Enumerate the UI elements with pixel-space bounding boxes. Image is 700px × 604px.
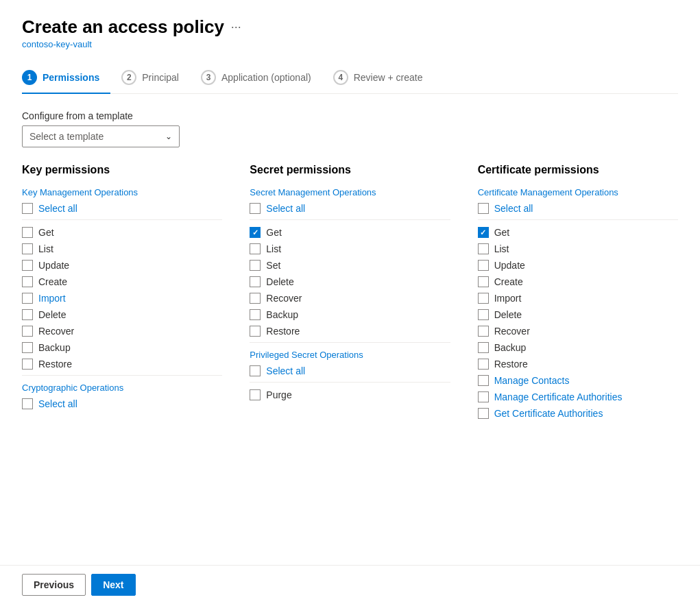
key-restore-label[interactable]: Restore bbox=[38, 359, 72, 370]
secret-delete-row[interactable]: Delete bbox=[250, 276, 450, 287]
key-import-label[interactable]: Import bbox=[38, 293, 66, 304]
cert-manage-ca-checkbox[interactable] bbox=[478, 391, 489, 402]
key-get-checkbox[interactable] bbox=[22, 227, 33, 238]
cert-update-checkbox[interactable] bbox=[478, 260, 489, 271]
cert-restore-row[interactable]: Restore bbox=[478, 359, 678, 370]
key-get-row[interactable]: Get bbox=[22, 227, 222, 238]
priv-select-all-label[interactable]: Select all bbox=[266, 365, 305, 376]
cert-delete-label[interactable]: Delete bbox=[494, 309, 522, 320]
secret-recover-checkbox[interactable] bbox=[250, 293, 261, 304]
secret-set-label[interactable]: Set bbox=[266, 260, 280, 271]
crypto-select-all-label[interactable]: Select all bbox=[38, 398, 77, 409]
secret-select-all-label[interactable]: Select all bbox=[266, 203, 305, 214]
step-review[interactable]: 4 Review + create bbox=[333, 63, 434, 93]
key-update-label[interactable]: Update bbox=[38, 260, 69, 271]
secret-recover-label[interactable]: Recover bbox=[266, 293, 302, 304]
priv-select-all-checkbox[interactable] bbox=[250, 365, 261, 376]
cert-update-label[interactable]: Update bbox=[494, 260, 525, 271]
cert-manage-contacts-row[interactable]: Manage Contacts bbox=[478, 375, 678, 386]
cert-backup-label[interactable]: Backup bbox=[494, 342, 527, 353]
key-select-all-row[interactable]: Select all bbox=[22, 203, 222, 214]
secret-list-label[interactable]: List bbox=[266, 243, 281, 254]
template-select-dropdown[interactable]: Select a template ⌄ bbox=[22, 125, 180, 147]
cert-get-row[interactable]: Get bbox=[478, 227, 678, 238]
cert-list-label[interactable]: List bbox=[494, 243, 509, 254]
secret-purge-row[interactable]: Purge bbox=[250, 389, 450, 400]
step-permissions[interactable]: 1 Permissions bbox=[22, 63, 110, 93]
cert-recover-row[interactable]: Recover bbox=[478, 326, 678, 337]
key-import-row[interactable]: Import bbox=[22, 293, 222, 304]
cert-create-label[interactable]: Create bbox=[494, 276, 523, 287]
key-update-checkbox[interactable] bbox=[22, 260, 33, 271]
key-backup-label[interactable]: Backup bbox=[38, 342, 71, 353]
secret-backup-label[interactable]: Backup bbox=[266, 309, 298, 320]
cert-update-row[interactable]: Update bbox=[478, 260, 678, 271]
previous-button[interactable]: Previous bbox=[22, 574, 86, 596]
secret-select-all-checkbox[interactable] bbox=[250, 203, 261, 214]
secret-set-row[interactable]: Set bbox=[250, 260, 450, 271]
step-application[interactable]: 3 Application (optional) bbox=[201, 63, 322, 93]
cert-delete-checkbox[interactable] bbox=[478, 309, 489, 320]
cert-get-ca-row[interactable]: Get Certificate Authorities bbox=[478, 408, 678, 419]
cert-select-all-row[interactable]: Select all bbox=[478, 203, 678, 214]
cert-manage-contacts-label[interactable]: Manage Contacts bbox=[494, 375, 570, 386]
cert-create-row[interactable]: Create bbox=[478, 276, 678, 287]
key-create-label[interactable]: Create bbox=[38, 276, 67, 287]
secret-select-all-row[interactable]: Select all bbox=[250, 203, 450, 214]
key-restore-row[interactable]: Restore bbox=[22, 359, 222, 370]
secret-backup-row[interactable]: Backup bbox=[250, 309, 450, 320]
secret-recover-row[interactable]: Recover bbox=[250, 293, 450, 304]
secret-delete-checkbox[interactable] bbox=[250, 276, 261, 287]
secret-restore-row[interactable]: Restore bbox=[250, 326, 450, 337]
key-delete-label[interactable]: Delete bbox=[38, 309, 66, 320]
breadcrumb[interactable]: contoso-key-vault bbox=[22, 39, 678, 49]
crypto-select-all-row[interactable]: Select all bbox=[22, 398, 222, 409]
key-backup-checkbox[interactable] bbox=[22, 342, 33, 353]
key-update-row[interactable]: Update bbox=[22, 260, 222, 271]
secret-get-row[interactable]: Get bbox=[250, 227, 450, 238]
cert-import-label[interactable]: Import bbox=[494, 293, 522, 304]
cert-list-row[interactable]: List bbox=[478, 243, 678, 254]
key-create-checkbox[interactable] bbox=[22, 276, 33, 287]
key-import-checkbox[interactable] bbox=[22, 293, 33, 304]
key-get-label[interactable]: Get bbox=[38, 227, 54, 238]
cert-manage-ca-row[interactable]: Manage Certificate Authorities bbox=[478, 391, 678, 402]
cert-delete-row[interactable]: Delete bbox=[478, 309, 678, 320]
cert-get-ca-checkbox[interactable] bbox=[478, 408, 489, 419]
more-options-icon[interactable]: ··· bbox=[231, 20, 241, 34]
cert-restore-label[interactable]: Restore bbox=[494, 359, 528, 370]
key-delete-checkbox[interactable] bbox=[22, 309, 33, 320]
key-list-checkbox[interactable] bbox=[22, 243, 33, 254]
cert-recover-label[interactable]: Recover bbox=[494, 326, 530, 337]
cert-import-row[interactable]: Import bbox=[478, 293, 678, 304]
key-recover-row[interactable]: Recover bbox=[22, 326, 222, 337]
next-button[interactable]: Next bbox=[91, 574, 135, 596]
cert-manage-ca-label[interactable]: Manage Certificate Authorities bbox=[494, 391, 623, 402]
key-restore-checkbox[interactable] bbox=[22, 359, 33, 370]
cert-create-checkbox[interactable] bbox=[478, 276, 489, 287]
secret-backup-checkbox[interactable] bbox=[250, 309, 261, 320]
key-backup-row[interactable]: Backup bbox=[22, 342, 222, 353]
key-delete-row[interactable]: Delete bbox=[22, 309, 222, 320]
cert-backup-row[interactable]: Backup bbox=[478, 342, 678, 353]
secret-list-checkbox[interactable] bbox=[250, 243, 261, 254]
cert-get-checkbox[interactable] bbox=[478, 227, 489, 238]
secret-set-checkbox[interactable] bbox=[250, 260, 261, 271]
cert-manage-contacts-checkbox[interactable] bbox=[478, 375, 489, 386]
cert-restore-checkbox[interactable] bbox=[478, 359, 489, 370]
key-list-row[interactable]: List bbox=[22, 243, 222, 254]
key-select-all-checkbox[interactable] bbox=[22, 203, 33, 214]
step-principal[interactable]: 2 Principal bbox=[121, 63, 190, 93]
secret-purge-label[interactable]: Purge bbox=[266, 389, 291, 400]
key-create-row[interactable]: Create bbox=[22, 276, 222, 287]
cert-recover-checkbox[interactable] bbox=[478, 326, 489, 337]
cert-get-label[interactable]: Get bbox=[494, 227, 510, 238]
key-recover-label[interactable]: Recover bbox=[38, 326, 74, 337]
cert-select-all-label[interactable]: Select all bbox=[494, 203, 533, 214]
priv-select-all-row[interactable]: Select all bbox=[250, 365, 450, 376]
secret-purge-checkbox[interactable] bbox=[250, 389, 261, 400]
secret-list-row[interactable]: List bbox=[250, 243, 450, 254]
secret-get-checkbox[interactable] bbox=[250, 227, 261, 238]
secret-delete-label[interactable]: Delete bbox=[266, 276, 293, 287]
secret-get-label[interactable]: Get bbox=[266, 227, 282, 238]
